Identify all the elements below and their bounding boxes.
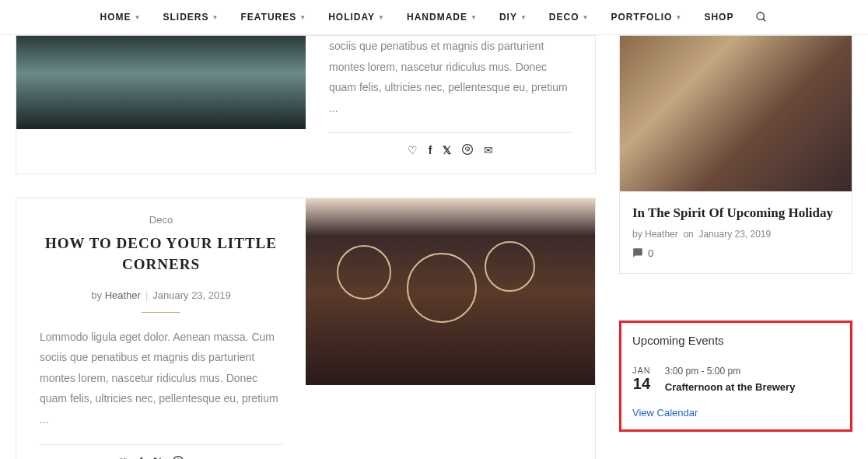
share-bar: ♡ f 𝕏 ✉ <box>40 444 282 459</box>
sidebar-post-date: January 23, 2019 <box>698 229 771 240</box>
post-image[interactable] <box>16 36 306 129</box>
nav-handmade[interactable]: HANDMADE▼ <box>407 12 478 23</box>
sidebar-post-image[interactable] <box>620 36 852 191</box>
event-time: 3:00 pm - 5:00 pm <box>665 366 839 377</box>
search-icon[interactable] <box>755 11 768 23</box>
main-column: sociis que penatibus et magnis dis partu… <box>16 35 596 459</box>
view-calendar-link[interactable]: View Calendar <box>632 407 839 419</box>
main-nav: HOME▼ SLIDERS▼ FEATURES▼ HOLIDAY▼ HANDMA… <box>0 0 868 35</box>
post-byline: by Heather|January 23, 2019 <box>40 289 282 301</box>
post-card: Deco HOW TO DECO YOUR LITTLE CORNERS by … <box>16 198 596 459</box>
chevron-down-icon: ▼ <box>299 14 306 21</box>
svg-point-0 <box>757 12 764 19</box>
post-excerpt: Lommodo ligula eget dolor. Aenean massa.… <box>40 327 282 430</box>
post-image[interactable] <box>306 198 595 385</box>
pinterest-icon[interactable] <box>462 144 473 158</box>
events-widget: Upcoming Events JAN 14 3:00 pm - 5:00 pm… <box>619 321 852 432</box>
event-item[interactable]: JAN 14 3:00 pm - 5:00 pm Crafternoon at … <box>632 366 839 393</box>
comment-icon <box>632 247 643 258</box>
post-date: January 23, 2019 <box>152 289 230 301</box>
sidebar-post-title[interactable]: In The Spirit Of Upcoming Holiday <box>620 191 852 229</box>
chevron-down-icon: ▼ <box>520 14 527 21</box>
post-title[interactable]: HOW TO DECO YOUR LITTLE CORNERS <box>40 233 282 275</box>
chevron-down-icon: ▼ <box>675 14 682 21</box>
nav-shop[interactable]: SHOP <box>704 12 733 23</box>
chevron-down-icon: ▼ <box>135 14 142 21</box>
nav-sliders[interactable]: SLIDERS▼ <box>163 12 219 23</box>
sidebar-post-author[interactable]: Heather <box>645 229 678 240</box>
svg-line-1 <box>763 19 765 21</box>
email-icon[interactable]: ✉ <box>484 144 493 158</box>
heart-icon[interactable]: ♡ <box>118 456 128 459</box>
events-title: Upcoming Events <box>632 334 839 347</box>
sidebar-post-card: In The Spirit Of Upcoming Holiday by Hea… <box>619 35 852 274</box>
email-icon[interactable]: ✉ <box>194 456 204 459</box>
event-date: JAN 14 <box>632 366 651 393</box>
sidebar: In The Spirit Of Upcoming Holiday by Hea… <box>619 35 852 459</box>
nav-holiday[interactable]: HOLIDAY▼ <box>328 12 385 23</box>
post-card-partial: sociis que penatibus et magnis dis partu… <box>16 35 596 174</box>
sidebar-comments[interactable]: 0 <box>620 247 852 259</box>
facebook-icon[interactable]: f <box>139 456 143 459</box>
post-author[interactable]: Heather <box>105 289 141 301</box>
chevron-down-icon: ▼ <box>471 14 478 21</box>
chevron-down-icon: ▼ <box>212 14 219 21</box>
chevron-down-icon: ▼ <box>378 14 385 21</box>
heart-icon[interactable]: ♡ <box>408 144 418 158</box>
chevron-down-icon: ▼ <box>583 14 590 21</box>
nav-features[interactable]: FEATURES▼ <box>240 12 306 23</box>
arrow-notch <box>296 284 306 303</box>
facebook-icon[interactable]: f <box>429 144 432 158</box>
nav-diy[interactable]: DIY▼ <box>499 12 527 23</box>
nav-deco[interactable]: DECO▼ <box>549 12 590 23</box>
x-twitter-icon[interactable]: 𝕏 <box>153 456 162 459</box>
x-twitter-icon[interactable]: 𝕏 <box>443 144 451 158</box>
divider <box>142 312 180 313</box>
event-name: Crafternoon at the Brewery <box>665 381 839 393</box>
post-category[interactable]: Deco <box>40 214 282 226</box>
nav-portfolio[interactable]: PORTFOLIO▼ <box>611 12 682 23</box>
post-excerpt: sociis que penatibus et magnis dis partu… <box>329 36 572 118</box>
nav-home[interactable]: HOME▼ <box>100 12 142 23</box>
pinterest-icon[interactable] <box>173 456 184 459</box>
sidebar-post-meta: by Heather on January 23, 2019 <box>620 229 852 247</box>
share-bar: ♡ f 𝕏 ✉ <box>329 132 572 158</box>
